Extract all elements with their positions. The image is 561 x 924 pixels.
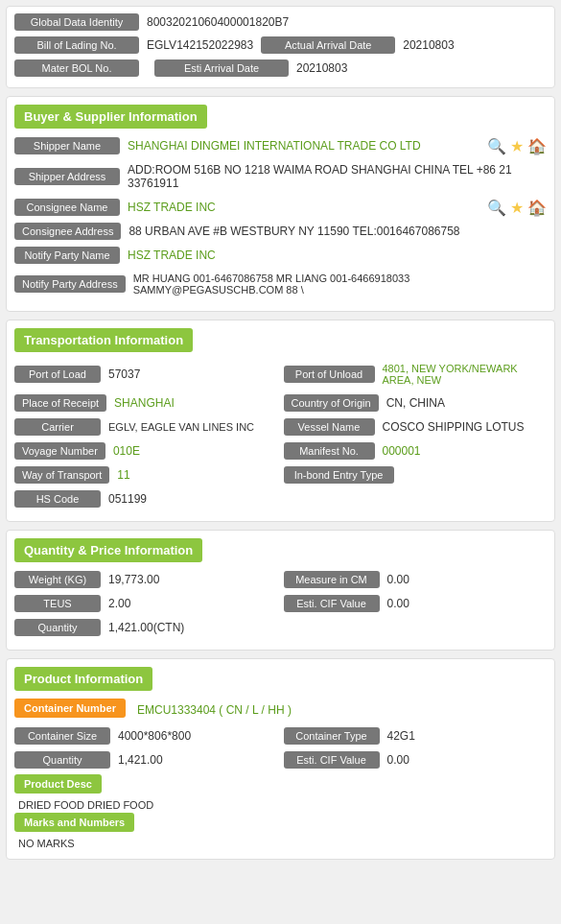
buyer-supplier-title: Buyer & Supplier Information [14, 105, 207, 129]
consignee-address-value: 88 URBAN AVE #B WESTBURY NY 11590 TEL:00… [121, 222, 547, 241]
mater-value [139, 65, 154, 71]
country-origin-label: Country of Origin [284, 394, 379, 412]
teus-value: 2.00 [101, 594, 278, 613]
consignee-name-label: Consignee Name [14, 199, 120, 216]
voyage-number-label: Voyage Number [14, 442, 105, 460]
carrier-vessel-row: Carrier EGLV, EAGLE VAN LINES INC Vessel… [14, 417, 547, 441]
teus-esti-row: TEUS 2.00 Esti. CIF Value 0.00 [14, 594, 547, 618]
home-icon-2[interactable]: 🏠 [527, 199, 547, 217]
voyage-manifest-row: Voyage Number 010E Manifest No. 000001 [14, 441, 547, 465]
consignee-name-row: Consignee Name HSZ TRADE INC 🔍 ★ 🏠 [14, 198, 547, 217]
search-icon[interactable]: 🔍 [487, 137, 506, 155]
product-quantity-label: Quantity [14, 751, 110, 769]
container-size-row: Container Size 4000*806*800 [14, 726, 278, 746]
global-value: 80032021060400001820B7 [139, 12, 296, 32]
port-load-row: Port of Load 57037 [14, 360, 278, 389]
bol-row: Bill of Lading No. EGLV142152022983 Actu… [14, 36, 547, 55]
esti-label: Esti Arrival Date [154, 59, 289, 77]
mater-label: Mater BOL No. [14, 59, 139, 77]
shipper-name-label: Shipper Name [14, 137, 120, 154]
quantity-price-section: Quantity & Price Information Weight (KG)… [6, 530, 555, 651]
container-type-label: Container Type [284, 727, 380, 745]
port-load-label: Port of Load [14, 366, 101, 383]
product-esti-cif-row: Esti. CIF Value 0.00 [284, 750, 548, 770]
port-unload-row: Port of Unload 4801, NEW YORK/NEWARK ARE… [284, 360, 548, 389]
quantity-row: Quantity 1,421.00(CTN) [14, 618, 547, 637]
vessel-name-label: Vessel Name [284, 418, 375, 436]
transportation-section: Transportation Information Port of Load … [6, 320, 555, 522]
transportation-header: Transportation Information [14, 328, 547, 360]
buyer-supplier-section: Buyer & Supplier Information Shipper Nam… [6, 96, 555, 312]
container-size-type-row: Container Size 4000*806*800 Container Ty… [14, 726, 547, 750]
carrier-value: EGLV, EAGLE VAN LINES INC [101, 418, 278, 436]
notify-party-name-row: Notify Party Name HSZ TRADE INC [14, 246, 547, 265]
voyage-number-row: Voyage Number 010E [14, 441, 278, 461]
port-unload-value: 4801, NEW YORK/NEWARK AREA, NEW [375, 360, 548, 389]
voyage-number-value: 010E [105, 441, 278, 461]
mater-row: Mater BOL No. Esti Arrival Date 20210803 [14, 59, 547, 78]
shipper-address-row: Shipper Address ADD:ROOM 516B NO 1218 WA… [14, 160, 547, 193]
transportation-title: Transportation Information [14, 328, 193, 352]
port-load-value: 57037 [101, 365, 278, 384]
quantity-price-title: Quantity & Price Information [14, 538, 202, 562]
country-origin-row: Country of Origin CN, CHINA [284, 393, 548, 413]
product-desc-button[interactable]: Product Desc [14, 774, 102, 794]
arrival-label: Actual Arrival Date [261, 36, 395, 54]
notify-party-name-label: Notify Party Name [14, 247, 120, 264]
shipper-name-row: Shipper Name SHANGHAI DINGMEI INTERNATIO… [14, 136, 547, 155]
product-header: Product Information [14, 667, 547, 699]
home-icon[interactable]: 🏠 [527, 137, 547, 155]
way-inbond-row: Way of Transport 11 In-bond Entry Type [14, 465, 547, 489]
consignee-name-icons: 🔍 ★ 🏠 [487, 199, 547, 217]
product-quantity-value: 1,421.00 [110, 750, 278, 770]
port-unload-label: Port of Unload [284, 366, 375, 383]
container-size-value: 4000*806*800 [110, 726, 278, 746]
global-section: Global Data Identity 8003202106040000182… [6, 6, 555, 88]
notify-party-address-label: Notify Party Address [14, 275, 126, 293]
manifest-no-value: 000001 [375, 441, 548, 461]
global-label: Global Data Identity [14, 13, 139, 31]
esti-cif-value: 0.00 [380, 594, 548, 613]
product-desc-value: DRIED FOOD DRIED FOOD [14, 797, 547, 813]
way-transport-row: Way of Transport 11 [14, 465, 278, 485]
notify-party-address-value: MR HUANG 001-6467086758 MR LIANG 001-646… [126, 270, 547, 298]
search-icon-2[interactable]: 🔍 [487, 199, 506, 217]
container-number-value: EMCU1333404 ( CN / L / HH ) [129, 700, 547, 720]
measure-row: Measure in CM 0.00 [284, 570, 548, 589]
teus-row: TEUS 2.00 [14, 594, 278, 613]
star-icon-2[interactable]: ★ [510, 199, 524, 217]
container-number-button[interactable]: Container Number [14, 699, 126, 718]
weight-value: 19,773.00 [101, 570, 278, 589]
measure-label: Measure in CM [284, 571, 380, 588]
product-desc-section: Product Desc DRIED FOOD DRIED FOOD [14, 774, 547, 813]
weight-row: Weight (KG) 19,773.00 [14, 570, 278, 589]
star-icon[interactable]: ★ [510, 137, 524, 155]
consignee-address-row: Consignee Address 88 URBAN AVE #B WESTBU… [14, 222, 547, 241]
hs-code-value: 051199 [101, 489, 547, 509]
hs-code-row: HS Code 051199 [14, 489, 547, 509]
shipper-address-value: ADD:ROOM 516B NO 1218 WAIMA ROAD SHANGHA… [120, 160, 547, 193]
shipper-address-label: Shipper Address [14, 168, 120, 185]
place-country-row: Place of Receipt SHANGHAI Country of Ori… [14, 393, 547, 417]
consignee-name-value: HSZ TRADE INC [120, 198, 483, 217]
country-origin-value: CN, CHINA [379, 393, 547, 413]
port-row: Port of Load 57037 Port of Unload 4801, … [14, 360, 547, 393]
buyer-supplier-header: Buyer & Supplier Information [14, 105, 547, 136]
shipper-name-icons: 🔍 ★ 🏠 [487, 137, 547, 155]
marks-numbers-button[interactable]: Marks and Numbers [14, 813, 134, 832]
container-type-value: 42G1 [380, 726, 548, 746]
measure-value: 0.00 [380, 570, 548, 589]
way-transport-label: Way of Transport [14, 466, 109, 484]
notify-party-name-value: HSZ TRADE INC [120, 246, 547, 265]
product-esti-cif-label: Esti. CIF Value [284, 751, 380, 769]
weight-label: Weight (KG) [14, 571, 101, 588]
esti-value: 20210803 [289, 59, 355, 78]
notify-party-address-row: Notify Party Address MR HUANG 001-646708… [14, 270, 547, 298]
quantity-label: Quantity [14, 619, 101, 636]
carrier-label: Carrier [14, 418, 101, 436]
inbond-label: In-bond Entry Type [284, 466, 394, 484]
container-type-row: Container Type 42G1 [284, 726, 548, 746]
way-transport-value: 11 [109, 465, 277, 485]
carrier-row: Carrier EGLV, EAGLE VAN LINES INC [14, 417, 278, 437]
container-size-label: Container Size [14, 727, 110, 745]
